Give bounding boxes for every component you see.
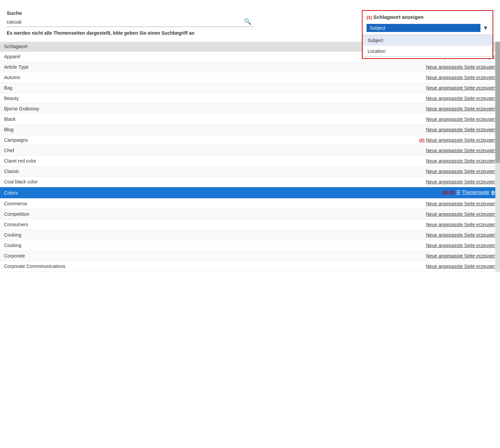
create-page-link[interactable]: Neue angepasste Seite erzeugen bbox=[426, 96, 496, 101]
create-page-link[interactable]: Neue angepasste Seite erzeugen bbox=[426, 201, 496, 206]
table-row: Bjorne GrabossyNeue angepasste Seite erz… bbox=[0, 104, 500, 114]
keyword-cell: Coal black color bbox=[0, 177, 372, 187]
keyword-cell: Corporate bbox=[0, 251, 372, 261]
table-row: Colors(3)(3)☰Themenseite🗑 bbox=[0, 187, 500, 199]
create-page-link[interactable]: Neue angepasste Seite erzeugen bbox=[426, 264, 496, 269]
dropdown-arrow-icon[interactable]: ▼ bbox=[482, 25, 489, 32]
table-row: Corporate CommmunicationsNeue angepasste… bbox=[0, 261, 500, 272]
keyword-cell: Competition bbox=[0, 209, 372, 219]
keyword-cell: Black bbox=[0, 114, 372, 125]
search-input[interactable] bbox=[7, 19, 243, 25]
action-cell: Neue angepasste Seite erzeugen bbox=[372, 62, 500, 72]
create-page-link[interactable]: Neue angepasste Seite erzeugen bbox=[426, 106, 496, 111]
keyword-cell: Colors bbox=[0, 187, 372, 199]
warning-message: Es werden nicht alle Themenseiten darges… bbox=[7, 30, 194, 36]
action-cell: Neue angepasste Seite erzeugen bbox=[372, 125, 500, 135]
table-container: Schlagwort Seite ApparelNeue angepasste … bbox=[0, 42, 500, 272]
table-row: Claret red colorNeue angepasste Seite er… bbox=[0, 156, 500, 166]
action-cell: Neue angepasste Seite erzeugen bbox=[372, 156, 500, 166]
annotation-badge: (2) bbox=[419, 138, 425, 143]
create-page-link[interactable]: Neue angepasste Seite erzeugen bbox=[426, 222, 496, 227]
table-row: Article TypeNeue angepasste Seite erzeug… bbox=[0, 62, 500, 72]
action-cell: (2)Neue angepasste Seite erzeugen bbox=[372, 135, 500, 145]
action-cell: Neue angepasste Seite erzeugen bbox=[372, 240, 500, 251]
create-page-link[interactable]: Neue angepasste Seite erzeugen bbox=[426, 75, 496, 80]
table-row: BlackNeue angepasste Seite erzeugen bbox=[0, 114, 500, 125]
themenseite-link[interactable]: Themenseite bbox=[462, 189, 489, 195]
search-button[interactable]: 🔍 bbox=[243, 18, 253, 25]
keyword-cell: Beauty bbox=[0, 93, 372, 104]
table-row: CookingNeue angepasste Seite erzeugen bbox=[0, 230, 500, 240]
main-table: Schlagwort Seite ApparelNeue angepasste … bbox=[0, 42, 500, 272]
table-row: ChefNeue angepasste Seite erzeugen bbox=[0, 145, 500, 156]
table-row: Coal black colorNeue angepasste Seite er… bbox=[0, 177, 500, 187]
create-page-link[interactable]: Neue angepasste Seite erzeugen bbox=[426, 137, 496, 143]
table-row: CompetitionNeue angepasste Seite erzeuge… bbox=[0, 209, 500, 219]
keyword-cell: Apparel bbox=[0, 51, 372, 62]
option-location[interactable]: Location bbox=[363, 46, 492, 57]
table-row: CookingNeue angepasste Seite erzeugen bbox=[0, 240, 500, 251]
schlagwort-panel: (1) Schlagwort anzeigen Subject ▼ Subjec… bbox=[362, 10, 493, 59]
table-row: CommerceNeue angepasste Seite erzeugen bbox=[0, 199, 500, 209]
scrollbar-track[interactable] bbox=[495, 42, 500, 272]
keyword-cell: Autumn bbox=[0, 72, 372, 83]
keyword-cell: Corporate Commmunications bbox=[0, 261, 372, 272]
create-page-link[interactable]: Neue angepasste Seite erzeugen bbox=[426, 64, 496, 70]
keyword-cell: Cooking bbox=[0, 240, 372, 251]
action-cell: Neue angepasste Seite erzeugen bbox=[372, 93, 500, 104]
keyword-cell: Article Type bbox=[0, 62, 372, 72]
keyword-cell: Bag bbox=[0, 83, 372, 93]
create-page-link[interactable]: Neue angepasste Seite erzeugen bbox=[426, 148, 496, 153]
col-header-keyword: Schlagwort bbox=[0, 42, 372, 51]
keyword-cell: Blog bbox=[0, 125, 372, 135]
keyword-cell: Chef bbox=[0, 145, 372, 156]
create-page-link[interactable]: Neue angepasste Seite erzeugen bbox=[426, 232, 496, 238]
create-page-link[interactable]: Neue angepasste Seite erzeugen bbox=[426, 116, 496, 122]
schlagwort-panel-title: Schlagwort anzeigen bbox=[373, 14, 424, 20]
create-page-link[interactable]: Neue angepasste Seite erzeugen bbox=[426, 85, 496, 91]
page-icon: ☰ bbox=[456, 190, 461, 196]
action-cell: Neue angepasste Seite erzeugen bbox=[372, 83, 500, 93]
keyword-cell: Cooking bbox=[0, 230, 372, 240]
create-page-link[interactable]: Neue angepasste Seite erzeugen bbox=[426, 253, 496, 259]
action-cell: Neue angepasste Seite erzeugen bbox=[372, 166, 500, 177]
annotation-badge: (3) bbox=[449, 190, 455, 195]
action-cell: Neue angepasste Seite erzeugen bbox=[372, 261, 500, 272]
create-page-link[interactable]: Neue angepasste Seite erzeugen bbox=[426, 127, 496, 132]
table-row: ConsumersNeue angepasste Seite erzeugen bbox=[0, 219, 500, 230]
action-cell: Neue angepasste Seite erzeugen bbox=[372, 177, 500, 187]
scrollbar-thumb[interactable] bbox=[495, 42, 500, 163]
selected-value[interactable]: Subject bbox=[367, 24, 480, 32]
table-row: BlogNeue angepasste Seite erzeugen bbox=[0, 125, 500, 135]
create-page-link[interactable]: Neue angepasste Seite erzeugen bbox=[426, 158, 496, 164]
create-page-link[interactable]: Neue angepasste Seite erzeugen bbox=[426, 211, 496, 217]
create-page-link[interactable]: Neue angepasste Seite erzeugen bbox=[426, 169, 496, 174]
table-row: ClassicNeue angepasste Seite erzeugen bbox=[0, 166, 500, 177]
schlagwort-select-row: Subject ▼ bbox=[363, 23, 493, 33]
action-cell: Neue angepasste Seite erzeugen bbox=[372, 219, 500, 230]
top-section: Suche 🔍 Es werden nicht alle Themenseite… bbox=[0, 7, 500, 42]
annotation-3-badge: (3) bbox=[442, 190, 448, 195]
table-row: Campaigns(2)Neue angepasste Seite erzeug… bbox=[0, 135, 500, 145]
keyword-cell: Commerce bbox=[0, 199, 372, 209]
search-row: 🔍 bbox=[7, 18, 253, 27]
create-page-link[interactable]: Neue angepasste Seite erzeugen bbox=[426, 243, 496, 248]
keyword-cell: Claret red color bbox=[0, 156, 372, 166]
table-row: CorporateNeue angepasste Seite erzeugen bbox=[0, 251, 500, 261]
schlagwort-title: (1) Schlagwort anzeigen bbox=[363, 11, 493, 23]
action-cell: Neue angepasste Seite erzeugen bbox=[372, 230, 500, 240]
action-cell: Neue angepasste Seite erzeugen bbox=[372, 72, 500, 83]
table-row: BagNeue angepasste Seite erzeugen bbox=[0, 83, 500, 93]
action-cell: (3)(3)☰Themenseite🗑 bbox=[372, 187, 500, 199]
keyword-cell: Campaigns bbox=[0, 135, 372, 145]
create-page-link[interactable]: Neue angepasste Seite erzeugen bbox=[426, 179, 496, 184]
keyword-cell: Bjorne Grabossy bbox=[0, 104, 372, 114]
action-cell: Neue angepasste Seite erzeugen bbox=[372, 104, 500, 114]
page-container: Suche 🔍 Es werden nicht alle Themenseite… bbox=[0, 0, 500, 448]
dropdown-options: Subject Location bbox=[363, 35, 493, 57]
action-cell: Neue angepasste Seite erzeugen bbox=[372, 145, 500, 156]
action-cell: Neue angepasste Seite erzeugen bbox=[372, 251, 500, 261]
annotation-1: (1) bbox=[367, 15, 372, 20]
option-subject[interactable]: Subject bbox=[363, 35, 492, 46]
table-row: BeautyNeue angepasste Seite erzeugen bbox=[0, 93, 500, 104]
